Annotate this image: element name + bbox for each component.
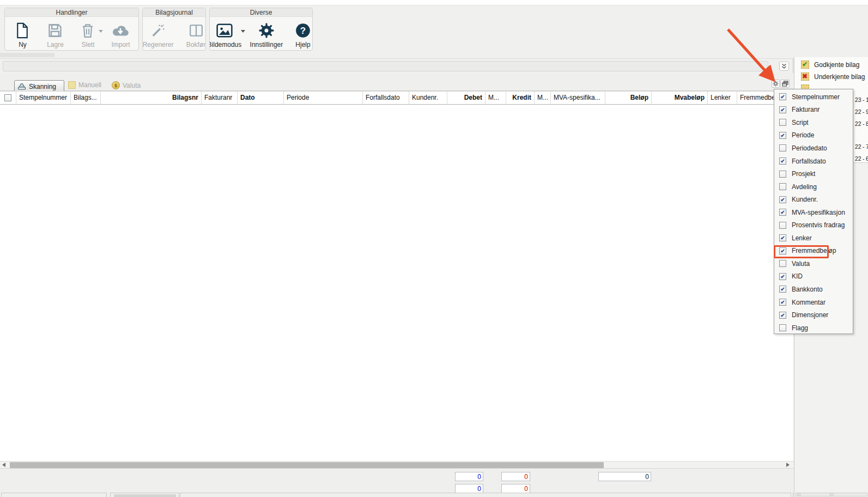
lagre-button[interactable]: Lagre — [46, 21, 64, 49]
menu-item-kid[interactable]: KID — [774, 270, 853, 283]
menu-item-periodedato[interactable]: Periodedato — [774, 142, 853, 155]
column-header-fakturanr[interactable]: Fakturanr — [202, 92, 238, 105]
checkbox[interactable] — [779, 183, 786, 190]
sidebar-item-godkjente-bilag[interactable]: ✔ Godkjente bilag — [801, 60, 859, 69]
scrollbar-thumb[interactable] — [10, 462, 604, 468]
group-title: Diverse — [210, 8, 312, 17]
checkbox[interactable] — [779, 273, 786, 280]
restore-layout-button[interactable] — [780, 80, 790, 88]
innstillinger-button[interactable]: Innstillinger — [252, 21, 281, 49]
checkbox[interactable] — [779, 234, 786, 241]
menu-item-periode[interactable]: Periode — [774, 129, 853, 142]
menu-item-valuta[interactable]: Valuta — [774, 257, 853, 270]
menu-item-stempelnummer[interactable]: Stempelnummer — [774, 90, 853, 104]
menu-item-kommentar[interactable]: Kommentar — [774, 296, 853, 309]
column-header-dato[interactable]: Dato — [238, 92, 284, 105]
checkbox[interactable] — [779, 196, 786, 203]
hjelp-button[interactable]: ? Hjelp — [294, 21, 312, 49]
menu-item-script[interactable]: Script — [774, 116, 853, 129]
group-title: Handlinger — [5, 8, 138, 17]
chevron-down-icon[interactable] — [99, 30, 103, 33]
sidebar-period-item[interactable]: 23 - 1 — [855, 96, 868, 103]
menu-item-forfallsdato[interactable]: Forfallsdato — [774, 155, 853, 168]
sidebar-period-item[interactable]: 22 - 7 — [855, 143, 868, 150]
filter-bar[interactable] — [3, 61, 768, 71]
column-header-forfallsdato[interactable]: Forfallsdato — [363, 92, 409, 105]
menu-item-lenker[interactable]: Lenker — [774, 232, 853, 245]
slett-button[interactable]: Slett — [78, 21, 97, 49]
checkbox[interactable] — [779, 157, 786, 165]
checkbox[interactable] — [779, 286, 786, 293]
checkbox[interactable] — [779, 260, 786, 267]
sidebar-scroll-button[interactable] — [797, 493, 801, 496]
column-header-kundenr[interactable]: Kundenr. — [409, 92, 447, 105]
column-header-bilagsnr[interactable]: Bilagsnr — [101, 92, 202, 105]
menu-item-bankkonto[interactable]: Bankkonto — [774, 283, 853, 296]
menu-item-avdeling[interactable]: Avdeling — [774, 180, 853, 193]
column-header-lenker[interactable]: Lenker — [708, 92, 737, 105]
column-header-periode[interactable]: Periode — [284, 92, 363, 105]
checkbox[interactable] — [779, 299, 786, 306]
sidebar-period-item[interactable]: 22 - 6 — [855, 155, 868, 162]
column-settings-button[interactable] — [772, 80, 780, 88]
checkbox[interactable] — [779, 171, 786, 178]
menu-item-mva-spesifikasjon[interactable]: MVA-spesifikasjon — [774, 206, 853, 219]
menu-item-prosentvis-fradrag[interactable]: Prosentvis fradrag — [774, 219, 853, 232]
menu-item-kundenr[interactable]: Kundenr. — [774, 193, 853, 206]
checkbox[interactable] — [779, 209, 786, 216]
column-header-m1[interactable]: M... — [485, 92, 506, 105]
menu-item-fakturanr[interactable]: Fakturanr — [774, 104, 853, 117]
sidebar-item-underkjente-bilag[interactable]: ✖ Underkjente bilag — [801, 72, 865, 81]
select-all-checkbox[interactable] — [4, 94, 11, 101]
scroll-left-icon[interactable] — [2, 463, 5, 467]
menu-item-prosjekt[interactable]: Prosjekt — [774, 167, 853, 180]
bildemodus-button[interactable]: Bildemodus — [210, 21, 239, 49]
column-header-belop[interactable]: Beløp — [605, 92, 652, 105]
expand-panel-button[interactable] — [779, 62, 789, 71]
checkbox[interactable] — [779, 93, 786, 100]
checkbox[interactable] — [779, 324, 786, 331]
bokfor-button[interactable]: Bokfør — [186, 21, 205, 49]
ny-button[interactable]: Ny — [13, 21, 32, 49]
image-icon — [216, 21, 233, 40]
button-label: Lagre — [47, 41, 64, 49]
menu-item-flagg[interactable]: Flagg — [774, 322, 853, 335]
tab-manuell[interactable]: Manuell — [68, 81, 101, 89]
column-header-debet[interactable]: Debet — [447, 92, 485, 105]
total-kredit-field[interactable] — [501, 472, 530, 481]
checkbox[interactable] — [779, 144, 786, 151]
menu-item-label: Forfallsdato — [792, 157, 826, 165]
note-icon — [68, 81, 76, 89]
total-debet-field[interactable] — [455, 472, 483, 481]
checkbox[interactable] — [779, 106, 786, 113]
menu-item-dimensjoner[interactable]: Dimensjoner — [774, 308, 853, 322]
menu-item-fremmedbelop[interactable]: Fremmedbeløp — [774, 245, 853, 258]
total-kredit-field-2[interactable] — [501, 484, 530, 493]
column-header-kredit[interactable]: Kredit — [506, 92, 535, 105]
tab-label: Valuta — [123, 82, 141, 89]
total-belop-field[interactable] — [598, 472, 651, 481]
chevron-double-down-icon — [781, 63, 787, 69]
scroll-right-icon[interactable] — [786, 463, 790, 467]
sidebar-scroll-button[interactable] — [829, 493, 834, 496]
checkbox[interactable] — [779, 132, 786, 139]
sidebar-period-item[interactable]: 22 - 9 — [855, 108, 868, 115]
collapsed-panel-strip — [0, 53, 54, 57]
tab-valuta[interactable]: $ Valuta — [112, 81, 141, 89]
tab-label: Manuell — [78, 81, 101, 89]
checkbox[interactable] — [779, 222, 786, 229]
column-header-stempelnummer[interactable]: Stempelnummer — [16, 92, 71, 105]
checkbox[interactable] — [779, 312, 786, 319]
sidebar-period-item[interactable]: 22 - 8 — [855, 120, 868, 127]
import-button[interactable]: Import — [111, 21, 130, 49]
total-debet-field-2[interactable] — [455, 484, 483, 493]
checkbox[interactable] — [779, 119, 786, 126]
column-header-mva-spesifikasjon[interactable]: MVA-spesifika... — [551, 92, 605, 105]
horizontal-scrollbar[interactable] — [0, 461, 793, 468]
column-header-bilagsart[interactable]: Bilags... — [71, 92, 101, 105]
column-header-mvabelop[interactable]: Mvabeløp — [652, 92, 708, 105]
checkbox[interactable] — [779, 247, 786, 254]
chevron-down-icon[interactable] — [241, 30, 245, 33]
column-header-m2[interactable]: M... — [535, 92, 551, 105]
regenerer-button[interactable]: Regenerer — [143, 21, 173, 49]
